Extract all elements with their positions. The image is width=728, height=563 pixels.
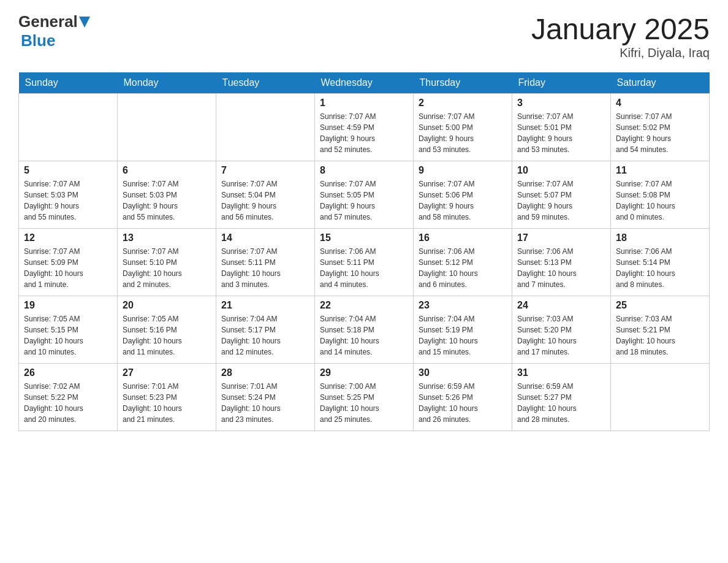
weekday-header-row: SundayMondayTuesdayWednesdayThursdayFrid… [19, 72, 710, 94]
calendar-cell: 9Sunrise: 7:07 AM Sunset: 5:06 PM Daylig… [414, 161, 512, 229]
day-info: Sunrise: 7:07 AM Sunset: 5:10 PM Dayligh… [123, 246, 211, 290]
day-number: 16 [419, 232, 507, 243]
day-info: Sunrise: 7:02 AM Sunset: 5:22 PM Dayligh… [24, 381, 112, 425]
day-number: 6 [123, 165, 211, 176]
day-info: Sunrise: 7:01 AM Sunset: 5:24 PM Dayligh… [221, 381, 309, 425]
day-info: Sunrise: 7:06 AM Sunset: 5:12 PM Dayligh… [419, 246, 507, 290]
day-info: Sunrise: 7:07 AM Sunset: 5:11 PM Dayligh… [221, 246, 309, 290]
calendar-cell: 26Sunrise: 7:02 AM Sunset: 5:22 PM Dayli… [19, 364, 118, 431]
calendar-cell [19, 94, 118, 161]
day-number: 28 [221, 367, 309, 378]
day-number: 13 [123, 232, 211, 243]
day-number: 10 [517, 165, 605, 176]
logo-blue-text: Blue [21, 31, 55, 50]
calendar-cell: 8Sunrise: 7:07 AM Sunset: 5:05 PM Daylig… [315, 161, 414, 229]
day-info: Sunrise: 6:59 AM Sunset: 5:27 PM Dayligh… [517, 381, 605, 425]
calendar-cell: 2Sunrise: 7:07 AM Sunset: 5:00 PM Daylig… [414, 94, 512, 161]
day-info: Sunrise: 7:03 AM Sunset: 5:20 PM Dayligh… [517, 313, 605, 358]
calendar-cell: 20Sunrise: 7:05 AM Sunset: 5:16 PM Dayli… [118, 296, 216, 364]
calendar-cell: 11Sunrise: 7:07 AM Sunset: 5:08 PM Dayli… [611, 161, 710, 229]
day-info: Sunrise: 7:04 AM Sunset: 5:19 PM Dayligh… [419, 313, 507, 358]
day-number: 15 [320, 232, 408, 243]
calendar-cell: 6Sunrise: 7:07 AM Sunset: 5:03 PM Daylig… [118, 161, 216, 229]
day-number: 5 [24, 165, 112, 176]
calendar-week-2: 5Sunrise: 7:07 AM Sunset: 5:03 PM Daylig… [19, 161, 710, 229]
day-number: 14 [221, 232, 309, 243]
calendar-cell: 7Sunrise: 7:07 AM Sunset: 5:04 PM Daylig… [216, 161, 315, 229]
day-number: 29 [320, 367, 408, 378]
day-info: Sunrise: 7:03 AM Sunset: 5:21 PM Dayligh… [616, 313, 704, 358]
day-number: 25 [616, 300, 704, 311]
day-number: 31 [517, 367, 605, 378]
logo: General Blue [18, 12, 90, 50]
day-info: Sunrise: 7:07 AM Sunset: 5:08 PM Dayligh… [616, 178, 704, 223]
calendar-week-5: 26Sunrise: 7:02 AM Sunset: 5:22 PM Dayli… [19, 364, 710, 431]
calendar-cell: 17Sunrise: 7:06 AM Sunset: 5:13 PM Dayli… [512, 229, 611, 296]
day-number: 21 [221, 300, 309, 311]
day-number: 11 [616, 165, 704, 176]
weekday-header-wednesday: Wednesday [315, 72, 414, 94]
day-number: 22 [320, 300, 408, 311]
day-info: Sunrise: 7:07 AM Sunset: 5:02 PM Dayligh… [616, 111, 704, 155]
calendar-title: January 2025 [531, 12, 710, 46]
logo-triangle-icon [79, 17, 90, 28]
calendar-cell: 18Sunrise: 7:06 AM Sunset: 5:14 PM Dayli… [611, 229, 710, 296]
calendar-cell: 28Sunrise: 7:01 AM Sunset: 5:24 PM Dayli… [216, 364, 315, 431]
calendar-table: SundayMondayTuesdayWednesdayThursdayFrid… [18, 72, 710, 431]
day-info: Sunrise: 7:05 AM Sunset: 5:16 PM Dayligh… [123, 313, 211, 358]
calendar-cell: 29Sunrise: 7:00 AM Sunset: 5:25 PM Dayli… [315, 364, 414, 431]
day-info: Sunrise: 7:05 AM Sunset: 5:15 PM Dayligh… [24, 313, 112, 358]
calendar-week-4: 19Sunrise: 7:05 AM Sunset: 5:15 PM Dayli… [19, 296, 710, 364]
day-info: Sunrise: 7:07 AM Sunset: 5:03 PM Dayligh… [24, 178, 112, 223]
day-info: Sunrise: 7:07 AM Sunset: 5:06 PM Dayligh… [419, 178, 507, 223]
day-number: 19 [24, 300, 112, 311]
day-number: 17 [517, 232, 605, 243]
day-number: 12 [24, 232, 112, 243]
calendar-cell: 1Sunrise: 7:07 AM Sunset: 4:59 PM Daylig… [315, 94, 414, 161]
weekday-header-sunday: Sunday [19, 72, 118, 94]
day-info: Sunrise: 7:06 AM Sunset: 5:13 PM Dayligh… [517, 246, 605, 290]
calendar-cell: 27Sunrise: 7:01 AM Sunset: 5:23 PM Dayli… [118, 364, 216, 431]
day-number: 27 [123, 367, 211, 378]
page-header: General Blue January 2025 Kifri, Diyala,… [18, 12, 710, 60]
day-number: 1 [320, 98, 408, 109]
logo-general-text: General [18, 12, 78, 31]
calendar-title-section: January 2025 Kifri, Diyala, Iraq [531, 12, 710, 60]
calendar-cell: 19Sunrise: 7:05 AM Sunset: 5:15 PM Dayli… [19, 296, 118, 364]
day-info: Sunrise: 7:04 AM Sunset: 5:17 PM Dayligh… [221, 313, 309, 358]
weekday-header-saturday: Saturday [611, 72, 710, 94]
day-info: Sunrise: 7:07 AM Sunset: 5:09 PM Dayligh… [24, 246, 112, 290]
day-number: 9 [419, 165, 507, 176]
day-info: Sunrise: 7:07 AM Sunset: 5:05 PM Dayligh… [320, 178, 408, 223]
calendar-subtitle: Kifri, Diyala, Iraq [531, 46, 710, 60]
calendar-cell: 12Sunrise: 7:07 AM Sunset: 5:09 PM Dayli… [19, 229, 118, 296]
calendar-week-1: 1Sunrise: 7:07 AM Sunset: 4:59 PM Daylig… [19, 94, 710, 161]
calendar-cell: 25Sunrise: 7:03 AM Sunset: 5:21 PM Dayli… [611, 296, 710, 364]
calendar-cell: 21Sunrise: 7:04 AM Sunset: 5:17 PM Dayli… [216, 296, 315, 364]
day-number: 8 [320, 165, 408, 176]
calendar-cell: 4Sunrise: 7:07 AM Sunset: 5:02 PM Daylig… [611, 94, 710, 161]
calendar-week-3: 12Sunrise: 7:07 AM Sunset: 5:09 PM Dayli… [19, 229, 710, 296]
day-info: Sunrise: 7:07 AM Sunset: 5:03 PM Dayligh… [123, 178, 211, 223]
calendar-cell: 5Sunrise: 7:07 AM Sunset: 5:03 PM Daylig… [19, 161, 118, 229]
weekday-header-tuesday: Tuesday [216, 72, 315, 94]
day-number: 7 [221, 165, 309, 176]
weekday-header-monday: Monday [118, 72, 216, 94]
day-info: Sunrise: 6:59 AM Sunset: 5:26 PM Dayligh… [419, 381, 507, 425]
weekday-header-friday: Friday [512, 72, 611, 94]
calendar-cell: 13Sunrise: 7:07 AM Sunset: 5:10 PM Dayli… [118, 229, 216, 296]
day-info: Sunrise: 7:07 AM Sunset: 4:59 PM Dayligh… [320, 111, 408, 155]
day-number: 2 [419, 98, 507, 109]
day-info: Sunrise: 7:07 AM Sunset: 5:04 PM Dayligh… [221, 178, 309, 223]
day-info: Sunrise: 7:07 AM Sunset: 5:01 PM Dayligh… [517, 111, 605, 155]
calendar-cell: 22Sunrise: 7:04 AM Sunset: 5:18 PM Dayli… [315, 296, 414, 364]
calendar-cell [216, 94, 315, 161]
calendar-cell [611, 364, 710, 431]
calendar-cell: 23Sunrise: 7:04 AM Sunset: 5:19 PM Dayli… [414, 296, 512, 364]
day-info: Sunrise: 7:06 AM Sunset: 5:14 PM Dayligh… [616, 246, 704, 290]
day-number: 23 [419, 300, 507, 311]
calendar-cell: 31Sunrise: 6:59 AM Sunset: 5:27 PM Dayli… [512, 364, 611, 431]
calendar-cell: 3Sunrise: 7:07 AM Sunset: 5:01 PM Daylig… [512, 94, 611, 161]
calendar-cell: 15Sunrise: 7:06 AM Sunset: 5:11 PM Dayli… [315, 229, 414, 296]
day-number: 30 [419, 367, 507, 378]
